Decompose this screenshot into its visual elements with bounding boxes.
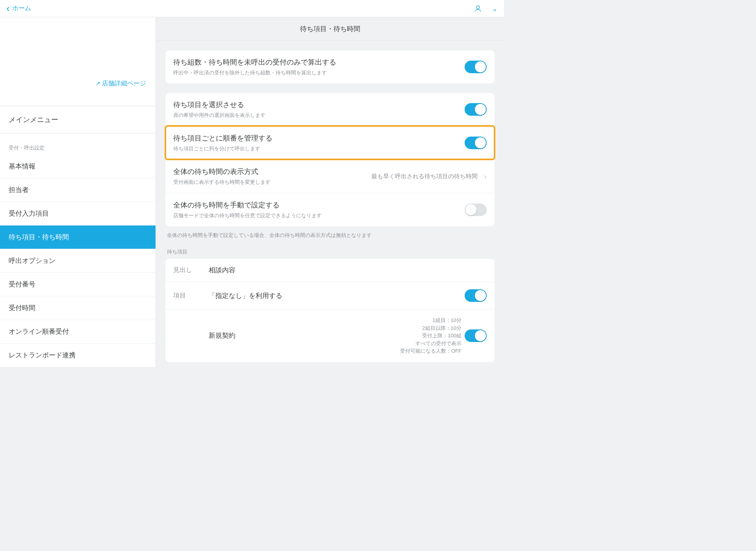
wait-item-entry-meta: 1組目：10分 2組目以降：10分 受付上限：100組 すべての受付で表示 受付…	[400, 316, 461, 355]
item-value: 「指定なし」を利用する	[209, 291, 465, 300]
row-sub: 席の希望や用件の選択画面を表示します	[173, 112, 458, 119]
sidebar-section-caption: 受付・呼出設定	[0, 133, 156, 155]
row-title: 全体の待ち時間の表示方式	[173, 167, 365, 176]
row-sub: 受付画面に表示する待ち時間を変更します	[173, 179, 365, 186]
toggle-wait-item-entry[interactable]	[465, 329, 487, 342]
wait-item-entry-name: 新規契約	[209, 331, 400, 340]
external-link-icon: ↗	[96, 80, 100, 87]
row-manage-per-wait-item: 待ち項目ごとに順番を管理する 待ち項目ごとに列を分けて呼出します	[165, 126, 495, 159]
sidebar-item-restaurant-board[interactable]: レストランボード連携	[0, 344, 156, 367]
back-chevron-icon[interactable]: ‹	[6, 3, 10, 14]
row-title: 待ち項目ごとに順番を管理する	[173, 133, 458, 143]
row-title: 待ち項目を選択させる	[173, 100, 458, 109]
sidebar-item-input-fields[interactable]: 受付入力項目	[0, 202, 156, 226]
heading-value: 相談内容	[209, 266, 487, 275]
topbar: ‹ ホーム ⌄	[0, 0, 504, 17]
row-title: 全体の待ち時間を手動で設定する	[173, 200, 458, 210]
sidebar-item-ticket-number[interactable]: 受付番号	[0, 273, 156, 296]
row-title: 待ち組数・待ち時間を未呼出の受付のみで算出する	[173, 57, 458, 67]
sidebar-item-basic-info[interactable]: 基本情報	[0, 155, 156, 178]
heading-label: 見出し	[173, 266, 209, 274]
row-sub: 待ち項目ごとに列を分けて呼出します	[173, 145, 458, 152]
main-pane: 待ち項目・待ち時間 待ち組数・待ち時間を未呼出の受付のみで算出する 呼出中・呼出…	[156, 17, 504, 367]
row-sub: 呼出中・呼出済の受付を除外した待ち組数・待ち時間を算出します	[173, 69, 458, 76]
chevron-down-icon[interactable]: ⌄	[492, 4, 498, 13]
sidebar-item-reception-time[interactable]: 受付時間	[0, 296, 156, 320]
toggle-use-unspecified[interactable]	[465, 289, 487, 302]
back-label[interactable]: ホーム	[12, 4, 31, 13]
chevron-right-icon: ›	[484, 172, 487, 181]
wait-time-footnote: 全体の待ち時間を手動で設定している場合、全体の待ち時間の表示方式は無効となります	[165, 232, 495, 248]
item-label: 項目	[173, 292, 209, 300]
toggle-manage-per-wait-item[interactable]	[465, 137, 487, 149]
svg-point-0	[476, 6, 480, 9]
wait-item-entry[interactable]: 新規契約 1組目：10分 2組目以降：10分 受付上限：100組 すべての受付で…	[165, 309, 495, 362]
sidebar-item-online-queue[interactable]: オンライン順番受付	[0, 320, 156, 344]
card-wait-item-definition: 見出し 相談内容 項目 「指定なし」を利用する 新規契約 1組目：10分 2組目…	[165, 259, 495, 362]
toggle-calc-uncall-only[interactable]	[465, 61, 487, 73]
wait-item-group-caption: 待ち項目	[165, 248, 495, 259]
row-value: 最も早く呼出される待ち項目の待ち時間	[371, 173, 478, 180]
sidebar: ↗店舗詳細ページ メインメニュー 受付・呼出設定 基本情報 担当者 受付入力項目…	[0, 17, 156, 367]
store-detail-link[interactable]: ↗店舗詳細ページ	[96, 80, 146, 88]
user-icon[interactable]	[474, 4, 482, 13]
main-menu-heading[interactable]: メインメニュー	[0, 106, 156, 133]
row-sub: 店舗モードで全体の待ち時間を任意で設定できるようになります	[173, 212, 458, 219]
card-wait-item-settings: 待ち項目を選択させる 席の希望や用件の選択画面を表示します 待ち項目ごとに順番を…	[165, 93, 495, 226]
toggle-manual-wait-time[interactable]	[465, 203, 487, 216]
card-calc-uncall-only: 待ち組数・待ち時間を未呼出の受付のみで算出する 呼出中・呼出済の受付を除外した待…	[165, 50, 495, 83]
sidebar-item-call-options[interactable]: 呼出オプション	[0, 249, 156, 273]
sidebar-item-staff[interactable]: 担当者	[0, 178, 156, 202]
page-title: 待ち項目・待ち時間	[156, 17, 504, 41]
sidebar-item-wait-items[interactable]: 待ち項目・待ち時間	[0, 226, 156, 249]
toggle-select-wait-item[interactable]	[465, 103, 487, 116]
row-wait-time-display-mode[interactable]: 全体の待ち時間の表示方式 受付画面に表示する待ち時間を変更します 最も早く呼出さ…	[165, 159, 495, 193]
